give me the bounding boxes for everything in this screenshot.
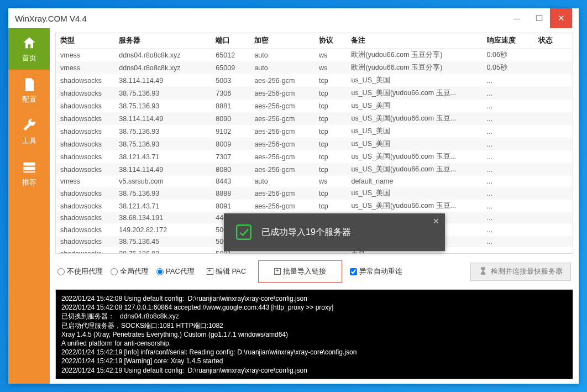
import-icon xyxy=(274,268,281,275)
toast-close-button[interactable]: ✕ xyxy=(433,217,439,226)
col-port[interactable]: 端口 xyxy=(211,33,250,49)
cell-proto: tcp xyxy=(315,187,347,200)
toast-message: 已成功导入19个服务器 xyxy=(261,227,351,238)
table-header-row: 类型 服务器 端口 加密 协议 备注 响应速度 状态 xyxy=(56,33,573,49)
cell-port: 8080 xyxy=(211,163,250,176)
cell-status xyxy=(534,61,573,74)
cell-port: 65009 xyxy=(211,61,250,74)
cell-note: us_US_美国(yudou66.com 玉豆... xyxy=(347,200,482,212)
cell-type: shadowsocks xyxy=(56,223,114,236)
col-status[interactable]: 状态 xyxy=(534,33,573,49)
cell-note: us_US_美国(yudou66.com 玉豆... xyxy=(347,150,482,163)
cell-status xyxy=(534,247,573,254)
col-type[interactable]: 类型 xyxy=(56,33,114,49)
table-row[interactable]: shadowsocks38.114.114.498080aes-256-gcmt… xyxy=(56,163,573,176)
sidebar-item-home[interactable]: 首页 xyxy=(8,28,50,70)
cell-type: shadowsocks xyxy=(56,187,114,200)
detect-fastest-button[interactable]: 检测并连接最快服务器 xyxy=(470,263,571,281)
cell-status xyxy=(534,125,573,138)
sidebar-item-label: 配置 xyxy=(22,95,36,104)
cell-server: 38.121.43.71 xyxy=(114,200,211,212)
cell-status xyxy=(534,223,573,236)
edit-pac-button[interactable]: 编辑 PAC xyxy=(202,264,250,279)
table-row[interactable]: shadowsocks38.114.114.495003aes-256-gcmt… xyxy=(56,74,573,87)
hourglass-icon xyxy=(479,266,488,277)
cell-speed: ... xyxy=(483,200,534,212)
sidebar-item-label: 推荐 xyxy=(22,177,36,187)
log-line: 2022/01/24 15:42:19 [Info] infra/conf/se… xyxy=(61,348,567,357)
log-console[interactable]: 2022/01/24 15:42:08 Using default config… xyxy=(55,289,573,379)
cell-server: 38.75.136.45 xyxy=(114,236,211,247)
minimize-button[interactable]: ─ xyxy=(506,8,528,28)
cell-enc: aes-256-gcm xyxy=(250,100,315,112)
col-note[interactable]: 备注 xyxy=(347,33,482,49)
table-row[interactable]: shadowsocks38.75.136.938009aes-256-gcmtc… xyxy=(56,138,573,150)
cell-enc: auto xyxy=(250,61,315,74)
edit-icon xyxy=(207,268,213,275)
cell-port: 7306 xyxy=(211,87,250,100)
btn-label: 编辑 PAC xyxy=(216,266,246,276)
table-row[interactable]: shadowsocks38.75.136.939102aes-256-gcmtc… xyxy=(56,125,573,138)
cell-enc: aes-256-gcm xyxy=(250,125,315,138)
col-server[interactable]: 服务器 xyxy=(114,33,211,49)
cell-type: shadowsocks xyxy=(56,138,114,150)
cell-server: 38.75.136.93 xyxy=(114,125,211,138)
cell-server: 38.114.114.49 xyxy=(114,112,211,125)
log-line: 已启动代理服务器，SOCKS端口:1081 HTTP端口:1082 xyxy=(61,321,567,330)
col-enc[interactable]: 加密 xyxy=(250,33,315,49)
cell-status xyxy=(534,212,573,223)
cell-proto: tcp xyxy=(315,112,347,125)
sidebar-item-config[interactable]: 配置 xyxy=(8,70,50,111)
cell-server: 38.75.136.93 xyxy=(114,100,211,112)
cell-enc: aes-256-gcm xyxy=(250,187,315,200)
cell-server: v5.ssrsub.com xyxy=(114,176,211,187)
app-window: WinXray.COM V4.4 ─ ☐ ✕ 首页 配置 工具 推荐 xyxy=(8,8,579,384)
cell-proto: tcp xyxy=(315,150,347,163)
batch-import-button[interactable]: 批量导入链接 xyxy=(258,260,342,283)
cell-proto: tcp xyxy=(315,163,347,176)
cell-port: 8090 xyxy=(211,112,250,125)
cell-enc: aes-256-gcm xyxy=(250,112,315,125)
sidebar-item-recommend[interactable]: 推荐 xyxy=(8,153,50,194)
cell-port: 7307 xyxy=(211,150,250,163)
cell-port: 5003 xyxy=(211,74,250,87)
cell-status xyxy=(534,100,573,112)
log-line: 2022/01/24 15:42:08 127.0.0.1:60864 acce… xyxy=(61,303,567,312)
cell-note: 欧洲(yudou66.com 玉豆分享) xyxy=(347,49,482,62)
window-controls: ─ ☐ ✕ xyxy=(506,8,572,28)
cell-proto: tcp xyxy=(315,200,347,212)
radio-global[interactable]: 全局代理 xyxy=(111,266,149,276)
cell-type: shadowsocks xyxy=(56,112,114,125)
cell-status xyxy=(534,49,573,62)
table-row[interactable]: shadowsocks38.114.114.498090aes-256-gcmt… xyxy=(56,112,573,125)
cell-speed: 0.05秒 xyxy=(483,61,534,74)
table-row[interactable]: shadowsocks38.75.136.937306aes-256-gcmtc… xyxy=(56,87,573,100)
table-row[interactable]: shadowsocks38.121.43.718091aes-256-gcmtc… xyxy=(56,200,573,212)
table-row[interactable]: shadowsocks38.75.136.938888aes-256-gcmtc… xyxy=(56,187,573,200)
radio-pac[interactable]: PAC代理 xyxy=(156,266,195,276)
table-row[interactable]: vmessv5.ssrsub.com8443autowsdefault_name… xyxy=(56,176,573,187)
maximize-button[interactable]: ☐ xyxy=(528,8,550,28)
table-row[interactable]: vmessddns04.r8o8c8k.xyz65009autows欧洲(yud… xyxy=(56,61,573,74)
sidebar-item-tools[interactable]: 工具 xyxy=(8,111,50,153)
cell-proto: ws xyxy=(315,61,347,74)
cell-proto: tcp xyxy=(315,125,347,138)
col-speed[interactable]: 响应速度 xyxy=(483,33,534,49)
cell-speed: ... xyxy=(483,187,534,200)
cell-status xyxy=(534,138,573,150)
cell-status xyxy=(534,236,573,247)
table-row[interactable]: shadowsocks38.75.136.938881aes-256-gcmtc… xyxy=(56,100,573,112)
sidebar-item-label: 工具 xyxy=(22,136,36,146)
cell-proto: tcp xyxy=(315,87,347,100)
auto-reconnect-checkbox[interactable]: 异常自动重连 xyxy=(350,266,402,276)
radio-noproxy[interactable]: 不使用代理 xyxy=(57,266,103,276)
close-button[interactable]: ✕ xyxy=(550,8,572,28)
col-proto[interactable]: 协议 xyxy=(315,33,347,49)
table-row[interactable]: shadowsocks38.121.43.717307aes-256-gcmtc… xyxy=(56,150,573,163)
table-row[interactable]: vmessddns04.r8o8c8k.xyz65012autows欧洲(yud… xyxy=(56,49,573,62)
cell-speed: ... xyxy=(483,236,534,247)
cell-type: vmess xyxy=(56,49,114,62)
cell-type: shadowsocks xyxy=(56,125,114,138)
cell-speed: ... xyxy=(483,176,534,187)
log-line: Xray 1.4.5 (Xray, Penetrates Everything.… xyxy=(61,330,567,339)
